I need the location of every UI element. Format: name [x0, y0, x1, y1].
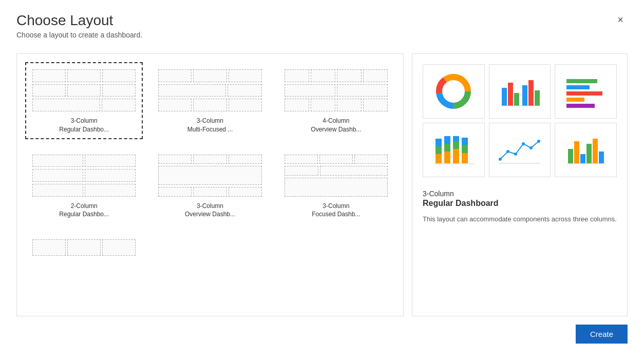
dialog-body: 3-ColumnRegular Dashbo... 3-ColumnMulti-…	[16, 53, 628, 316]
dialog-header: Choose Layout Choose a layout to create …	[16, 12, 628, 39]
chart-donut	[423, 64, 485, 119]
dialog-footer: Create	[16, 316, 628, 344]
layout-thumbnail	[30, 237, 138, 258]
header-text: Choose Layout Choose a layout to create …	[16, 12, 142, 39]
dialog-title: Choose Layout	[16, 12, 142, 29]
close-button[interactable]: ×	[613, 12, 628, 27]
preview-charts	[423, 64, 617, 177]
layout-label-3col-regular: 3-ColumnRegular Dashbo...	[59, 117, 109, 134]
svg-rect-7	[514, 93, 519, 106]
svg-point-33	[522, 142, 525, 145]
preview-info: 3-Column Regular Dashboard This layout c…	[423, 185, 617, 224]
layout-thumbnail	[282, 153, 390, 199]
svg-rect-39	[580, 154, 585, 163]
svg-rect-28	[462, 138, 468, 145]
layout-thumbnail	[156, 153, 263, 199]
chart-bar-horizontal	[555, 64, 617, 119]
layout-item-3col-focused[interactable]: 3-ColumnFocused Dashb...	[277, 147, 395, 224]
chart-line	[489, 123, 551, 177]
svg-rect-25	[453, 136, 459, 141]
svg-point-35	[537, 140, 540, 143]
svg-point-34	[529, 146, 533, 149]
dialog-subtitle: Choose a layout to create a dashboard.	[16, 31, 142, 39]
svg-rect-41	[593, 139, 598, 163]
svg-rect-8	[522, 85, 527, 106]
preview-layout-type: 3-Column	[423, 190, 617, 198]
layout-label-4col-overview: 4-ColumnOverview Dashb...	[311, 117, 361, 134]
svg-rect-13	[566, 85, 590, 89]
svg-rect-12	[566, 79, 597, 83]
svg-rect-16	[566, 104, 595, 108]
svg-rect-38	[574, 141, 579, 163]
svg-rect-14	[566, 91, 602, 96]
svg-point-31	[506, 150, 509, 153]
chart-bar-mixed	[555, 123, 617, 177]
layout-item-3col-overview[interactable]: 3-ColumnOverview Dashb...	[151, 147, 269, 224]
svg-rect-27	[462, 145, 468, 153]
choose-layout-dialog: Choose Layout Choose a layout to create …	[0, 0, 644, 360]
layout-list-scroll[interactable]: 3-ColumnRegular Dashbo... 3-ColumnMulti-…	[17, 54, 403, 316]
svg-rect-15	[566, 98, 584, 102]
layout-label-3col-overview: 3-ColumnOverview Dashb...	[185, 202, 235, 219]
layout-item-partial[interactable]	[25, 232, 143, 266]
layout-item-2col-regular[interactable]: 2-ColumnRegular Dashbo...	[25, 147, 143, 224]
preview-layout-name: Regular Dashboard	[423, 199, 617, 208]
layout-thumbnail	[30, 153, 138, 199]
svg-rect-19	[435, 139, 442, 146]
layout-thumbnail	[30, 67, 138, 113]
svg-rect-40	[586, 144, 592, 163]
svg-rect-37	[568, 149, 573, 163]
layout-thumbnail	[156, 67, 263, 113]
svg-rect-5	[502, 88, 507, 106]
svg-rect-42	[599, 151, 604, 163]
chart-bar-stacked	[423, 123, 485, 177]
layout-label-3col-focused: 3-ColumnFocused Dashb...	[312, 202, 360, 219]
svg-rect-18	[435, 146, 442, 154]
svg-rect-24	[453, 141, 459, 149]
preview-description: This layout can accommodate components a…	[423, 214, 617, 224]
preview-panel: 3-Column Regular Dashboard This layout c…	[412, 53, 628, 316]
svg-rect-9	[528, 80, 534, 106]
layout-item-3col-multifocused[interactable]: 3-ColumnMulti-Focused ...	[151, 62, 269, 139]
create-button[interactable]: Create	[576, 325, 628, 344]
layout-list-container: 3-ColumnRegular Dashbo... 3-ColumnMulti-…	[16, 53, 404, 316]
svg-point-32	[514, 153, 517, 156]
svg-rect-23	[453, 149, 459, 163]
svg-rect-17	[435, 154, 442, 163]
svg-rect-20	[444, 151, 450, 163]
chart-bar-grouped	[489, 64, 551, 119]
layout-item-3col-regular[interactable]: 3-ColumnRegular Dashbo...	[25, 62, 143, 139]
layout-thumbnail	[282, 67, 390, 113]
svg-point-30	[499, 158, 502, 161]
svg-rect-26	[462, 153, 468, 163]
svg-rect-6	[508, 83, 513, 106]
svg-rect-22	[444, 136, 450, 144]
svg-rect-10	[535, 90, 540, 106]
svg-rect-21	[444, 144, 450, 151]
layout-item-4col-overview[interactable]: 4-ColumnOverview Dashb...	[277, 62, 395, 139]
layout-label-3col-multifocused: 3-ColumnMulti-Focused ...	[187, 117, 233, 134]
layout-label-2col-regular: 2-ColumnRegular Dashbo...	[59, 202, 109, 219]
